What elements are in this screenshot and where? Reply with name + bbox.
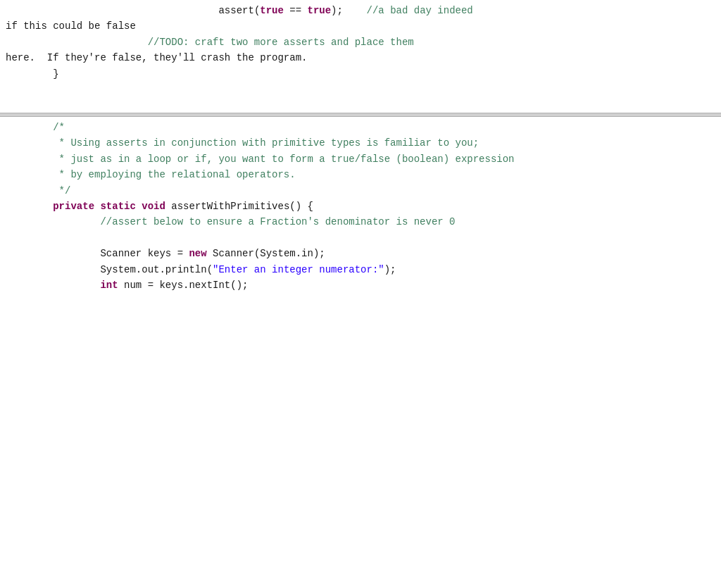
code-keyword: assert bbox=[218, 5, 253, 16]
code-line: assert(true == true); //a bad day indeed bbox=[0, 3, 721, 18]
code-line-b7: //assert below to ensure a Fraction's de… bbox=[0, 214, 721, 230]
editor-container: assert(true == true); //a bad day indeed… bbox=[0, 0, 721, 588]
code-line-b1: /* bbox=[0, 120, 721, 135]
code-line-3: //TODO: craft two more asserts and place… bbox=[0, 35, 721, 50]
code-keyword-true2: true bbox=[308, 5, 332, 16]
keyword-new: new bbox=[189, 248, 206, 259]
code-comment-b1: /* bbox=[6, 122, 65, 133]
code-line-4: here. If they're false, they'll crash th… bbox=[0, 50, 721, 65]
code-line-b6: private static void assertWithPrimitives… bbox=[0, 199, 721, 214]
code-line-b3: * just as in a loop or if, you want to f… bbox=[0, 151, 721, 167]
code-line-b8 bbox=[0, 230, 721, 246]
code-indent2 bbox=[6, 37, 148, 48]
code-todo: //TODO: craft two more asserts and place… bbox=[148, 37, 414, 48]
code-line-b5: */ bbox=[0, 183, 721, 199]
code-end: ); bbox=[331, 5, 366, 16]
keyword-private: private bbox=[53, 201, 94, 212]
code-line-b4: * by employing the relational operators. bbox=[0, 167, 721, 182]
code-line-b11: int num = keys.nextInt(); bbox=[0, 277, 721, 293]
code-comment-b2: * Using asserts in conjunction with prim… bbox=[6, 137, 479, 149]
code-line-5: } bbox=[0, 66, 721, 82]
bottom-section: /* * Using asserts in conjunction with p… bbox=[0, 117, 721, 588]
code-line-b10: System.out.println("Enter an integer num… bbox=[0, 262, 721, 277]
string-literal: "Enter an integer numerator:" bbox=[213, 264, 384, 275]
top-section: assert(true == true); //a bad day indeed… bbox=[0, 0, 721, 113]
keyword-static: static bbox=[100, 201, 135, 212]
keyword-void: void bbox=[142, 201, 165, 212]
code-comment-b7: //assert below to ensure a Fraction's de… bbox=[100, 216, 455, 227]
code-comment-b5: */ bbox=[6, 185, 70, 196]
code-indent bbox=[6, 5, 218, 16]
code-line-b9: Scanner keys = new Scanner(System.in); bbox=[0, 246, 721, 261]
code-keyword-true: true bbox=[260, 5, 284, 16]
code-op: == bbox=[284, 5, 308, 16]
code-comment-b3: * just as in a loop or if, you want to f… bbox=[6, 154, 515, 165]
code-comment: //a bad day indeed bbox=[367, 5, 473, 16]
keyword-int: int bbox=[100, 280, 118, 291]
code-comment-b4: * by employing the relational operators. bbox=[6, 169, 296, 180]
code-line-2: if this could be false bbox=[0, 18, 721, 34]
code-line-b2: * Using asserts in conjunction with prim… bbox=[0, 135, 721, 151]
